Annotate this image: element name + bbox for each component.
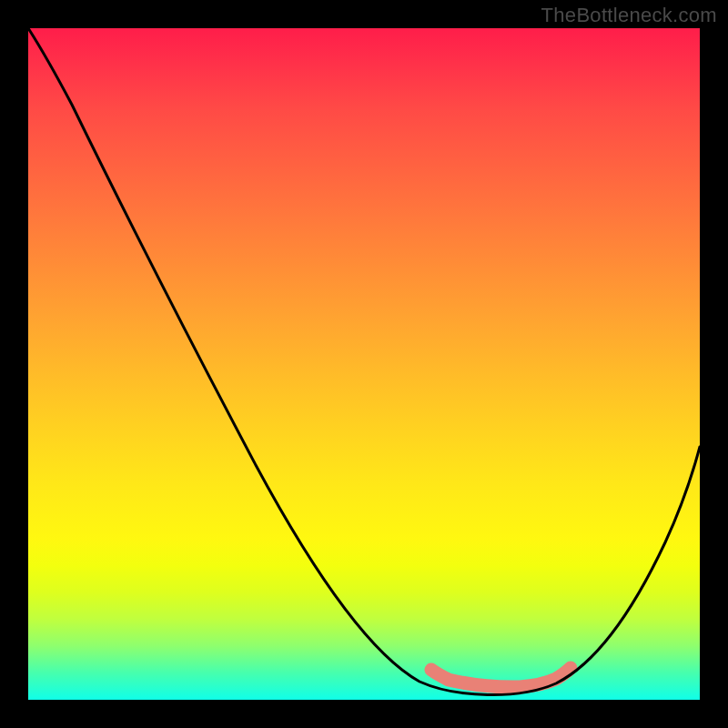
plot-area [28, 28, 700, 700]
watermark-text: TheBottleneck.com [541, 4, 717, 27]
chart-container: TheBottleneck.com [0, 0, 728, 728]
bottleneck-curve-path [28, 28, 700, 695]
chart-svg [28, 28, 700, 700]
coral-band-path [431, 668, 571, 687]
